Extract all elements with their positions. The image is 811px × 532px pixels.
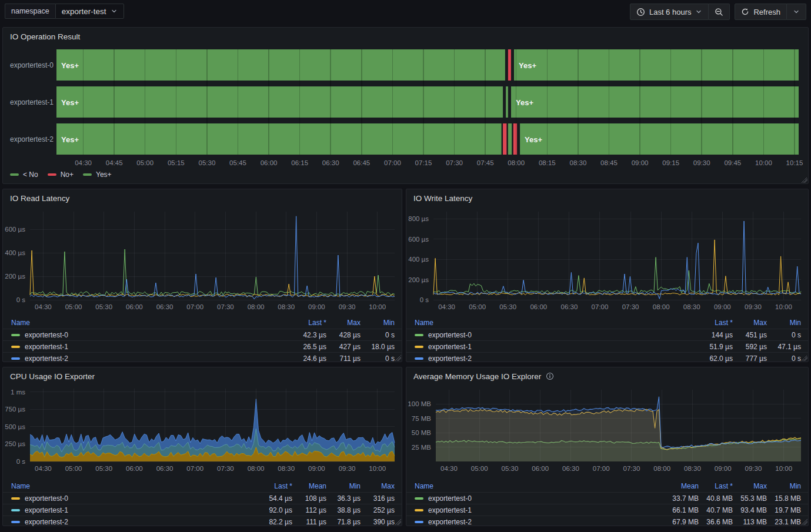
svg-text:10:00: 10:00 (775, 303, 792, 310)
svg-text:05:00: 05:00 (65, 303, 82, 310)
legend-sort-name[interactable]: Name (415, 482, 665, 490)
namespace-select[interactable]: exporter-test (55, 4, 125, 19)
legend-table: NameMeanLast *MaxMinexportertest-033.7 M… (406, 480, 808, 527)
legend-value: 19.7 MB (767, 506, 801, 514)
svg-text:800 µs: 800 µs (408, 215, 429, 222)
svg-text:07:00: 07:00 (186, 303, 203, 310)
legend-series-name[interactable]: exportertest-2 (415, 518, 665, 526)
svg-text:07:30: 07:30 (622, 303, 639, 310)
legend-sort-min[interactable]: Min (326, 482, 361, 490)
svg-text:04:30: 04:30 (35, 303, 52, 310)
svg-text:06:30: 06:30 (562, 465, 579, 472)
legend-sort-name[interactable]: Name (415, 319, 699, 327)
legend-series-name[interactable]: exportertest-2 (11, 518, 258, 526)
chevron-down-icon (111, 8, 118, 15)
svg-text:08:15: 08:15 (539, 159, 556, 166)
svg-text:05:00: 05:00 (136, 159, 153, 166)
legend-series-name[interactable]: exportertest-2 (415, 354, 699, 363)
legend-row: exportertest-126.5 µs427 µs18.0 µs (3, 340, 402, 352)
toolbar-right: Last 6 hours Refresh (630, 4, 806, 20)
legend-series-name[interactable]: exportertest-1 (11, 343, 292, 351)
legend-swatch (415, 521, 423, 523)
legend-sort-min[interactable]: Min (361, 319, 395, 327)
timeline-legend-item[interactable]: No+ (48, 170, 74, 179)
svg-text:200 µs: 200 µs (408, 276, 429, 283)
legend-value: 112 µs (292, 506, 326, 514)
panel-title[interactable]: IO Write Latency (413, 194, 472, 203)
panel-resize-handle[interactable] (395, 519, 401, 525)
memory-usage-chart[interactable]: 25 MB50 MB75 MB100 MB04:3005:0005:3006:0… (406, 385, 807, 479)
legend-sort-min[interactable]: Min (767, 482, 801, 490)
read-latency-chart[interactable]: 0 s200 µs400 µs600 µs04:3005:0005:3006:0… (3, 207, 401, 315)
svg-text:09:15: 09:15 (662, 159, 679, 166)
legend-sort-max[interactable]: Max (733, 482, 767, 490)
panel-resize-handle[interactable] (802, 519, 807, 525)
panel-resize-handle[interactable] (802, 177, 807, 183)
legend-sort-last[interactable]: Last * (258, 482, 292, 490)
legend-value: 451 µs (733, 331, 767, 339)
svg-text:07:30: 07:30 (217, 303, 234, 310)
info-icon[interactable] (546, 372, 554, 380)
legend-value: 390 µs (361, 518, 395, 526)
legend-series-name[interactable]: exportertest-0 (415, 331, 699, 339)
svg-text:04:30: 04:30 (438, 303, 455, 310)
cpu-usage-chart[interactable]: 0 s250 µs500 µs750 µs1 ms04:3005:0005:30… (3, 385, 401, 479)
state-timeline-chart[interactable]: exportertest-0Yes+Yes+exportertest-1Yes+… (3, 45, 807, 166)
legend-value: 67.9 MB (665, 518, 699, 526)
svg-text:08:45: 08:45 (600, 159, 618, 166)
svg-text:06:30: 06:30 (561, 303, 578, 310)
svg-text:Yes+: Yes+ (516, 98, 533, 107)
legend-sort-max[interactable]: Max (326, 319, 361, 327)
legend-series-name[interactable]: exportertest-0 (11, 494, 258, 503)
svg-text:500 µs: 500 µs (5, 423, 25, 430)
svg-text:200 µs: 200 µs (5, 273, 25, 280)
panel-title[interactable]: CPU Usage IO Exporter (10, 372, 95, 381)
panel-resize-handle[interactable] (802, 355, 807, 361)
legend-sort-name[interactable]: Name (11, 319, 292, 327)
timeline-legend-item[interactable]: < No (10, 170, 38, 179)
legend-series-name[interactable]: exportertest-2 (11, 354, 292, 363)
panel-title[interactable]: IO Operation Result (10, 32, 80, 41)
panel-memory-usage: Average Memory Usage IO Explorer 25 MB50… (406, 367, 809, 526)
write-latency-chart[interactable]: 0 s200 µs400 µs600 µs800 µs04:3005:0005:… (406, 207, 807, 315)
legend-sort-last[interactable]: Last * (292, 319, 326, 327)
legend-series-label: exportertest-2 (428, 354, 472, 363)
legend-sort-name[interactable]: Name (11, 482, 258, 490)
legend-swatch (11, 346, 20, 348)
legend-row: exportertest-224.6 µs711 µs0 s (3, 352, 402, 364)
zoom-out-button[interactable] (709, 4, 730, 20)
legend-value: 0 s (767, 331, 801, 339)
refresh-interval-dropdown[interactable] (787, 4, 806, 20)
legend-row: exportertest-042.3 µs428 µs0 s (3, 329, 402, 340)
legend-sort-mean[interactable]: Mean (665, 482, 699, 490)
legend-sort-mean[interactable]: Mean (292, 482, 326, 490)
legend-value: 23.1 MB (767, 518, 801, 526)
svg-text:10:00: 10:00 (775, 465, 792, 472)
legend-value: 0 s (361, 331, 395, 339)
legend-sort-last[interactable]: Last * (699, 482, 733, 490)
legend-row: exportertest-192.0 µs112 µs38.8 µs252 µs (3, 504, 402, 516)
refresh-button[interactable]: Refresh (735, 4, 787, 20)
legend-value: 18.0 µs (361, 343, 395, 351)
legend-series-name[interactable]: exportertest-1 (415, 343, 699, 351)
legend-sort-min[interactable]: Min (767, 319, 801, 327)
legend-swatch (415, 497, 423, 500)
legend-series-name[interactable]: exportertest-1 (11, 506, 258, 514)
legend-sort-last[interactable]: Last * (699, 319, 733, 327)
panel-resize-handle[interactable] (395, 355, 401, 361)
legend-value: 92.0 µs (258, 506, 292, 514)
panel-title[interactable]: IO Read Latency (10, 194, 69, 203)
svg-text:Yes+: Yes+ (519, 61, 536, 70)
legend-series-name[interactable]: exportertest-1 (415, 506, 665, 514)
svg-text:06:00: 06:00 (126, 303, 143, 310)
time-range-picker[interactable]: Last 6 hours (630, 4, 709, 20)
legend-series-name[interactable]: exportertest-0 (11, 331, 292, 339)
panel-header: Average Memory Usage IO Explorer (406, 367, 808, 385)
legend-sort-max[interactable]: Max (361, 482, 395, 490)
legend-sort-max[interactable]: Max (733, 319, 767, 327)
svg-text:10:00: 10:00 (755, 159, 772, 166)
chevron-down-icon (695, 8, 702, 15)
legend-series-name[interactable]: exportertest-0 (415, 494, 665, 503)
timeline-legend-item[interactable]: Yes+ (83, 170, 112, 179)
panel-title[interactable]: Average Memory Usage IO Explorer (413, 372, 541, 381)
